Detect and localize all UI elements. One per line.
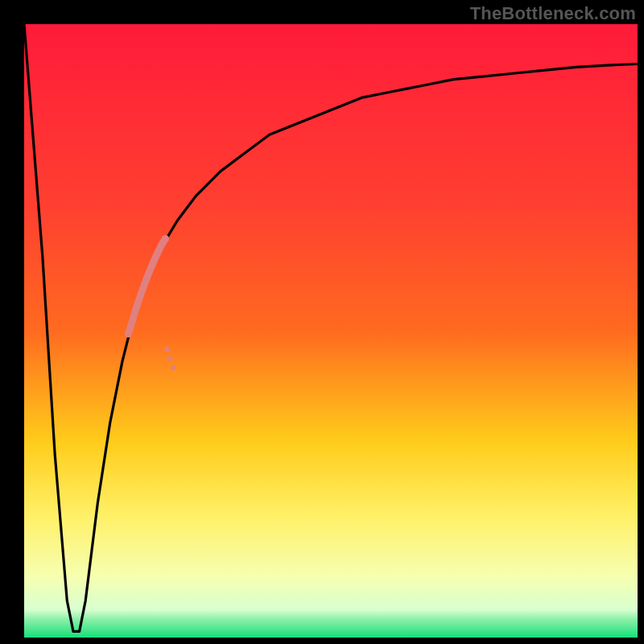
chart-svg — [0, 0, 644, 644]
highlight-dot — [167, 356, 172, 361]
chart-container: TheBottleneck.com — [0, 0, 644, 644]
highlight-dot — [171, 365, 175, 370]
highlight-dot — [162, 235, 169, 242]
highlight-dot — [164, 347, 169, 352]
watermark-text: TheBottleneck.com — [470, 3, 636, 24]
plot-area — [24, 24, 638, 638]
